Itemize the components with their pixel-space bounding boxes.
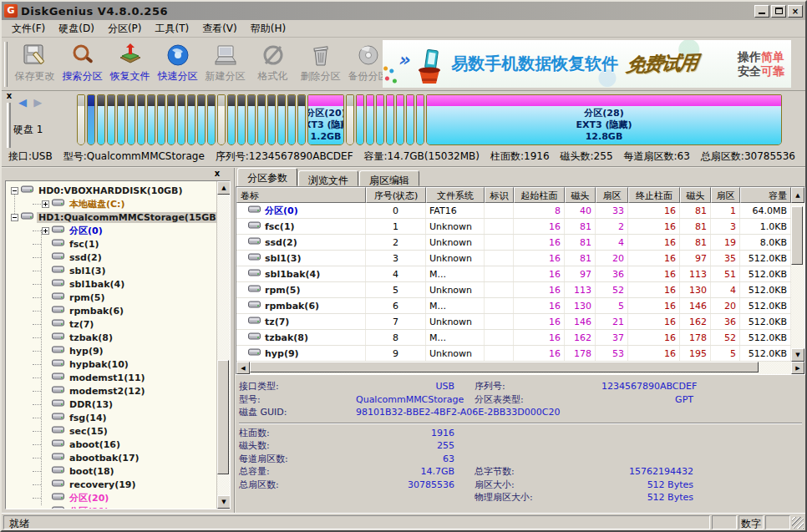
- tree-item[interactable]: hyp(9): [6, 344, 216, 357]
- toolbar-button-recover-files[interactable]: 恢复文件: [106, 39, 154, 89]
- partition-segment[interactable]: [396, 94, 404, 145]
- column-header[interactable]: 起始柱面: [514, 187, 565, 203]
- tree-item[interactable]: modemst1(11): [6, 371, 216, 384]
- partition-segment[interactable]: [197, 94, 206, 145]
- partition-segment[interactable]: [297, 94, 306, 145]
- toolbar-button-save[interactable]: 保存更改: [11, 39, 58, 89]
- table-hscroll-thumb[interactable]: [250, 362, 759, 372]
- tree-item[interactable]: sbl1(3): [6, 264, 216, 277]
- tree-item[interactable]: sbl1bak(4): [6, 277, 216, 291]
- partition-segment[interactable]: [157, 94, 165, 145]
- table-row[interactable]: tzbak(8)8M...16162371617852512.0KB: [236, 330, 791, 346]
- partition-segment[interactable]: [277, 94, 286, 145]
- menu-item-5[interactable]: 查看(V): [195, 20, 244, 38]
- partition-segment[interactable]: [386, 94, 394, 145]
- tree-item[interactable]: hypbak(10): [6, 357, 216, 371]
- column-header[interactable]: 标识: [485, 187, 514, 203]
- toolbar-button-quick-partition[interactable]: 快速分区: [154, 39, 201, 89]
- table-scroll-up-icon[interactable]: ▲: [791, 187, 804, 203]
- table-row[interactable]: 分区(0)0FAT16840331681164.0MB: [236, 203, 791, 219]
- table-row[interactable]: ssd(2)2Unknown168141681198.0KB: [236, 235, 791, 251]
- toolbar-button-search[interactable]: 搜索分区: [58, 39, 106, 89]
- partition-segment[interactable]: [187, 94, 195, 145]
- tree-item[interactable]: 分区(21): [6, 504, 216, 509]
- disk-panel-grip[interactable]: [7, 103, 11, 148]
- partition-segment[interactable]: [227, 94, 236, 145]
- table-scroll-down-icon[interactable]: ▼: [791, 348, 804, 362]
- resize-grip[interactable]: [792, 517, 804, 529]
- partition-segment[interactable]: [247, 94, 256, 145]
- partition-segment[interactable]: [77, 94, 85, 145]
- table-row[interactable]: tz(7)7Unknown16146211616236512.0KB: [236, 314, 791, 330]
- toolbar-grip[interactable]: [4, 42, 8, 87]
- partition-segment[interactable]: [346, 94, 354, 145]
- menu-item-1[interactable]: 文件(F): [5, 20, 52, 38]
- partition-segment[interactable]: [217, 94, 226, 145]
- tree-item[interactable]: modemst2(12): [6, 384, 216, 398]
- column-header[interactable]: 容量: [740, 187, 791, 203]
- partition-segment[interactable]: [137, 94, 145, 145]
- table-row[interactable]: fsc(1)1Unknown16812168131.0KB: [236, 219, 791, 235]
- table-row[interactable]: sbl1bak(4)4M...1697361611351512.0KB: [236, 266, 791, 282]
- partition-segment[interactable]: [267, 94, 276, 145]
- tree-item[interactable]: tzbak(8): [6, 331, 216, 344]
- tree-item[interactable]: 分区(20): [6, 491, 216, 504]
- partition-segment[interactable]: [416, 94, 424, 145]
- tree-item[interactable]: fsg(14): [6, 411, 216, 424]
- menu-item-4[interactable]: 工具(T): [148, 20, 195, 38]
- partition-segment[interactable]: [167, 94, 175, 145]
- tree-item[interactable]: HD1:QualcommMMCStorage(15GB): [6, 210, 216, 224]
- partition-segment[interactable]: 分区(20)EXT3 (隐藏)1.2GB: [307, 94, 344, 145]
- tab-inactive[interactable]: 浏览文件: [298, 170, 358, 186]
- table-row[interactable]: sbl1(3)3Unknown168120169735512.0KB: [236, 251, 791, 266]
- tree-item[interactable]: rpm(5): [6, 291, 216, 304]
- menu-item-6[interactable]: 帮助(H): [244, 20, 292, 38]
- tree-item[interactable]: abootbak(17): [6, 451, 216, 464]
- partition-segment[interactable]: [117, 94, 125, 145]
- maximize-button[interactable]: [771, 5, 786, 18]
- column-header[interactable]: 磁头: [565, 187, 596, 203]
- table-vscrollbar[interactable]: ▼: [791, 203, 804, 362]
- column-header[interactable]: 扇区: [711, 187, 740, 203]
- table-scroll-right-icon[interactable]: ▶: [791, 362, 804, 374]
- tree-scrollbar[interactable]: ▲ ▼: [216, 181, 230, 509]
- minimize-button[interactable]: [754, 5, 769, 18]
- table-hscrollbar[interactable]: ◀ ▶: [236, 362, 804, 374]
- close-button[interactable]: ×: [788, 5, 803, 18]
- prev-disk-button[interactable]: ◀: [18, 96, 27, 109]
- collapse-icon[interactable]: [11, 187, 18, 195]
- tree-item[interactable]: 本地磁盘(C:): [6, 197, 216, 210]
- expand-icon[interactable]: [42, 200, 49, 208]
- partition-segment[interactable]: [97, 94, 105, 145]
- ad-banner[interactable]: » 易数手机数据恢复软件 免费试用 操作简单 安全可靠: [383, 40, 791, 88]
- table-row[interactable]: rpm(5)5Unknown1611352161304512.0KB: [236, 282, 791, 298]
- tree-item[interactable]: recovery(19): [6, 478, 216, 491]
- tree-item[interactable]: HD0:VBOXHARDDISK(10GB): [6, 184, 216, 197]
- toolbar-button-format[interactable]: 格式化: [249, 39, 297, 89]
- tree-item[interactable]: sec(15): [6, 424, 216, 438]
- column-header[interactable]: 卷标: [236, 187, 366, 203]
- collapse-icon[interactable]: [11, 214, 18, 221]
- partition-segment[interactable]: [177, 94, 185, 145]
- toolbar-button-delete-partition[interactable]: 删除分区: [297, 39, 344, 89]
- column-header[interactable]: 终止柱面: [628, 187, 680, 203]
- partition-segment[interactable]: [366, 94, 374, 145]
- menu-item-2[interactable]: 硬盘(D): [52, 20, 101, 38]
- tree-item[interactable]: boot(18): [6, 464, 216, 478]
- partition-segment[interactable]: [376, 94, 384, 145]
- scroll-down-icon[interactable]: ▼: [217, 495, 231, 509]
- toolbar-button-new-partition[interactable]: 新建分区: [201, 39, 249, 89]
- scroll-up-icon[interactable]: ▲: [217, 181, 231, 195]
- column-header[interactable]: 文件系统: [426, 187, 485, 203]
- tree-item[interactable]: ssd(2): [6, 251, 216, 264]
- scroll-thumb[interactable]: [217, 360, 229, 474]
- tab-inactive[interactable]: 扇区编辑: [359, 170, 419, 186]
- tree-item[interactable]: aboot(16): [6, 438, 216, 451]
- tree-item[interactable]: 分区(0): [6, 224, 216, 237]
- tree-item[interactable]: fsc(1): [6, 237, 216, 251]
- partition-segment[interactable]: [107, 94, 115, 145]
- tree-panel-close-button[interactable]: x: [212, 169, 222, 179]
- tree-item[interactable]: tz(7): [6, 317, 216, 331]
- tree-item[interactable]: DDR(13): [6, 398, 216, 411]
- table-scroll-left-icon[interactable]: ◀: [236, 362, 250, 374]
